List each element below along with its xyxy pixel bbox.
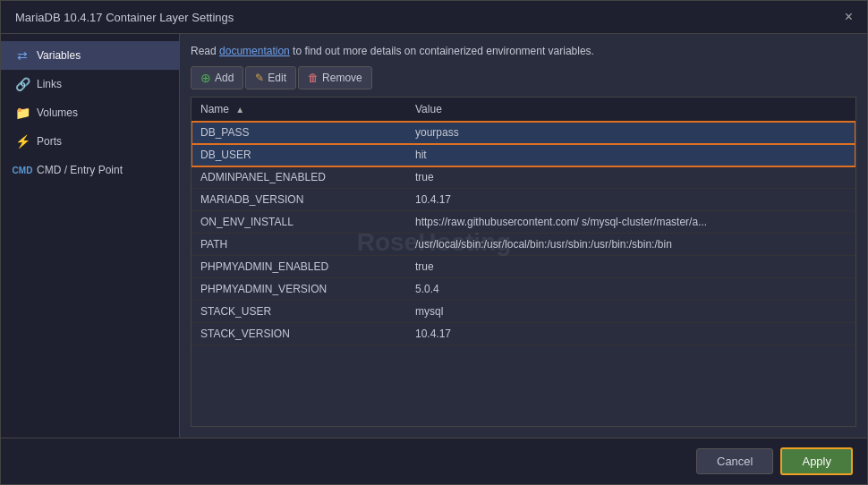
cell-value: 10.4.17	[406, 189, 855, 211]
cell-name: ON_ENV_INSTALL	[191, 211, 406, 234]
table-row[interactable]: PATH /usr/local/sbin:/usr/local/bin:/usr…	[191, 234, 855, 256]
table-row[interactable]: PHPMYADMIN_ENABLED true	[191, 256, 855, 278]
apply-button[interactable]: Apply	[780, 447, 853, 475]
ports-icon: ⚡	[15, 134, 30, 149]
sidebar-label-volumes: Volumes	[37, 106, 78, 119]
cell-name: PHPMYADMIN_ENABLED	[191, 256, 406, 278]
cancel-button[interactable]: Cancel	[696, 448, 773, 474]
cell-name: PHPMYADMIN_VERSION	[191, 278, 406, 301]
edit-icon: ✎	[255, 72, 264, 84]
cell-name: STACK_VERSION	[191, 323, 406, 345]
add-label: Add	[215, 72, 234, 84]
modal-header: MariaDB 10.4.17 Container Layer Settings…	[1, 1, 867, 34]
sidebar-item-ports[interactable]: ⚡ Ports	[1, 127, 179, 156]
cell-value: mysql	[406, 301, 855, 323]
volumes-icon: 📁	[15, 106, 30, 120]
remove-label: Remove	[322, 72, 362, 84]
info-prefix: Read	[191, 45, 219, 57]
close-button[interactable]: ×	[845, 10, 853, 24]
table-row[interactable]: DB_PASS yourpass	[191, 122, 855, 144]
sidebar-label-variables: Variables	[37, 49, 81, 62]
cell-name: STACK_USER	[191, 301, 406, 323]
cell-value: 5.0.4	[406, 278, 855, 301]
cell-name: PATH	[191, 234, 406, 256]
table-row[interactable]: ADMINPANEL_ENABLED true	[191, 166, 855, 189]
cell-value: /usr/local/sbin:/usr/local/bin:/usr/sbin…	[406, 234, 855, 256]
sidebar: ⇄ Variables 🔗 Links 📁 Volumes ⚡ Ports CM…	[1, 34, 180, 438]
variables-table: Name ▲ Value DB_PASS yourpass DB_USER hi…	[191, 98, 855, 345]
table-row[interactable]: STACK_VERSION 10.4.17	[191, 323, 855, 345]
documentation-link[interactable]: documentation	[219, 45, 290, 57]
table-header-row: Name ▲ Value	[191, 98, 855, 122]
cell-name: DB_USER	[191, 144, 406, 166]
cell-name: ADMINPANEL_ENABLED	[191, 166, 406, 189]
add-button[interactable]: ⊕ Add	[191, 66, 243, 89]
sidebar-label-ports: Ports	[37, 135, 62, 148]
info-text: Read documentation to find out more deta…	[191, 45, 856, 57]
add-icon: ⊕	[200, 71, 211, 85]
info-suffix: to find out more details on containerize…	[290, 45, 594, 57]
edit-label: Edit	[268, 72, 286, 84]
sidebar-label-cmd: CMD / Entry Point	[37, 164, 123, 176]
table-container[interactable]: Name ▲ Value DB_PASS yourpass DB_USER hi…	[191, 97, 856, 427]
remove-button[interactable]: 🗑 Remove	[298, 66, 372, 89]
col-header-name[interactable]: Name ▲	[191, 98, 406, 122]
links-icon: 🔗	[15, 77, 30, 91]
sidebar-item-variables[interactable]: ⇄ Variables	[1, 41, 179, 70]
cell-value: 10.4.17	[406, 323, 855, 345]
cell-value: hit	[406, 144, 855, 166]
cell-name: MARIADB_VERSION	[191, 189, 406, 211]
table-row[interactable]: DB_USER hit	[191, 144, 855, 166]
variables-icon: ⇄	[15, 48, 30, 63]
modal-body: ⇄ Variables 🔗 Links 📁 Volumes ⚡ Ports CM…	[1, 34, 867, 438]
cell-value: https://raw.githubusercontent.com/ s/mys…	[406, 211, 855, 234]
table-row[interactable]: MARIADB_VERSION 10.4.17	[191, 189, 855, 211]
main-content: Read documentation to find out more deta…	[180, 34, 867, 438]
sidebar-item-links[interactable]: 🔗 Links	[1, 70, 179, 98]
table-row[interactable]: STACK_USER mysql	[191, 301, 855, 323]
toolbar: ⊕ Add ✎ Edit 🗑 Remove	[191, 66, 856, 89]
cell-value: true	[406, 256, 855, 278]
sidebar-item-volumes[interactable]: 📁 Volumes	[1, 98, 179, 127]
cell-value: yourpass	[406, 122, 855, 144]
modal-title: MariaDB 10.4.17 Container Layer Settings	[15, 11, 234, 24]
cell-value: true	[406, 166, 855, 189]
col-header-value[interactable]: Value	[406, 98, 855, 122]
cmd-icon: CMD	[15, 163, 30, 177]
table-row[interactable]: ON_ENV_INSTALL https://raw.githubusercon…	[191, 211, 855, 234]
modal-container: RoseHosting MariaDB 10.4.17 Container La…	[0, 0, 868, 485]
table-row[interactable]: PHPMYADMIN_VERSION 5.0.4	[191, 278, 855, 301]
edit-button[interactable]: ✎ Edit	[245, 66, 296, 89]
modal-footer: Cancel Apply	[1, 438, 867, 484]
table-body: DB_PASS yourpass DB_USER hit ADMINPANEL_…	[191, 122, 855, 345]
sort-arrow-icon: ▲	[235, 105, 244, 115]
sidebar-label-links: Links	[37, 78, 62, 90]
cell-name: DB_PASS	[191, 122, 406, 144]
remove-icon: 🗑	[308, 72, 319, 84]
sidebar-item-cmd[interactable]: CMD CMD / Entry Point	[1, 156, 179, 184]
